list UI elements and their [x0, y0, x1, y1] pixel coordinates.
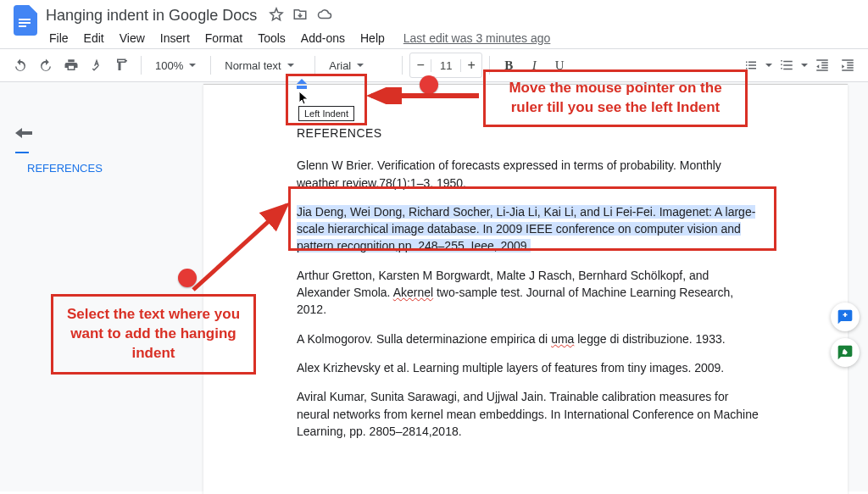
zoom-dropdown[interactable]: 100%: [148, 54, 203, 76]
print-icon[interactable]: [59, 53, 83, 77]
numbered-list-icon[interactable]: [775, 53, 798, 77]
cloud-status-icon[interactable]: [316, 7, 333, 25]
heading-references: REFERENCES: [297, 125, 759, 142]
document-body[interactable]: REFERENCES Glenn W Brier. Verification o…: [297, 125, 759, 452]
annotation-step-badge-1: [178, 269, 197, 287]
outline-item-references[interactable]: REFERENCES: [0, 158, 186, 178]
menubar: File Edit View Insert Format Tools Add-o…: [42, 28, 550, 48]
spellcheck-underline: Akernel: [393, 286, 433, 299]
separator: [402, 56, 403, 75]
paragraph-style-dropdown[interactable]: Normal text: [218, 54, 308, 76]
chevron-down-icon: [356, 61, 364, 69]
menu-tools[interactable]: Tools: [251, 28, 292, 48]
add-comment-icon[interactable]: [831, 303, 860, 331]
redo-icon[interactable]: [34, 53, 58, 77]
reference-entry: Alex Krizhevsky et al. Learning multiple…: [297, 359, 759, 376]
paragraph-style-value: Normal text: [225, 59, 281, 72]
svg-rect-0: [19, 19, 31, 20]
svg-rect-2: [19, 25, 26, 27]
separator: [210, 56, 211, 75]
reference-entry: Arthur Gretton, Karsten M Borgwardt, Mal…: [297, 267, 759, 319]
titlebar: Hanging indent in Google Docs File Edit …: [0, 0, 868, 48]
outline-divider: [15, 152, 29, 153]
docs-logo-icon[interactable]: [10, 5, 41, 36]
ruler-tooltip: Left Indent: [298, 106, 354, 121]
document-outline: REFERENCES: [0, 116, 186, 178]
decrease-indent-icon[interactable]: [810, 53, 834, 77]
separator: [141, 56, 142, 75]
toolbar: 100% Normal text Arial − 11 + B I U: [0, 48, 868, 82]
reference-entry-selected: Jia Deng, Wei Dong, Richard Socher, Li-J…: [297, 203, 759, 255]
document-title[interactable]: Hanging indent in Google Docs: [42, 5, 260, 26]
last-edit-link[interactable]: Last edit was 3 minutes ago: [403, 31, 551, 45]
menu-file[interactable]: File: [42, 28, 75, 48]
paint-format-icon[interactable]: [110, 53, 134, 77]
chevron-down-icon[interactable]: [800, 61, 809, 69]
suggest-edits-icon[interactable]: [831, 338, 860, 367]
move-icon[interactable]: [292, 7, 308, 25]
menu-help[interactable]: Help: [353, 28, 392, 48]
zoom-value: 100%: [155, 59, 183, 72]
spellcheck-underline: uma: [551, 332, 574, 346]
font-size-decrease[interactable]: −: [410, 53, 431, 77]
font-size-increase[interactable]: +: [461, 53, 481, 77]
chevron-down-icon: [287, 61, 295, 69]
svg-rect-3: [297, 86, 307, 89]
font-size-value[interactable]: 11: [431, 59, 461, 72]
increase-indent-icon[interactable]: [836, 53, 860, 77]
font-size-stepper: − 11 +: [409, 53, 482, 78]
star-icon[interactable]: [269, 7, 284, 25]
reference-entry: A Kolmogorov. Sulla determinazione empir…: [297, 330, 759, 347]
separator: [489, 56, 490, 75]
menu-view[interactable]: View: [113, 28, 152, 48]
outline-collapse-icon[interactable]: [12, 121, 36, 145]
font-dropdown[interactable]: Arial: [322, 54, 395, 76]
spellcheck-icon[interactable]: [85, 53, 108, 77]
chevron-down-icon: [188, 61, 197, 69]
menu-addons[interactable]: Add-ons: [294, 28, 352, 48]
chevron-down-icon[interactable]: [765, 61, 773, 69]
bold-button[interactable]: B: [497, 53, 520, 77]
menu-insert[interactable]: Insert: [153, 28, 197, 48]
side-rail: [831, 303, 860, 367]
menu-edit[interactable]: Edit: [77, 28, 111, 48]
selected-text: Jia Deng, Wei Dong, Richard Socher, Li-J…: [297, 205, 755, 253]
undo-icon[interactable]: [8, 53, 32, 77]
svg-rect-1: [19, 22, 31, 24]
font-value: Arial: [329, 59, 351, 72]
menu-format[interactable]: Format: [198, 28, 249, 48]
reference-entry: Aviral Kumar, Sunita Sarawagi, and Ujjwa…: [297, 388, 759, 440]
reference-entry: Glenn W Brier. Verification of forecasts…: [297, 157, 759, 191]
workspace: 1 2 3 5 6 7 REFERENCES Left Indent REFER…: [0, 82, 868, 491]
underline-button[interactable]: U: [548, 53, 571, 77]
italic-button[interactable]: I: [522, 53, 546, 77]
separator: [314, 56, 315, 75]
bulleted-list-icon[interactable]: [739, 53, 763, 77]
